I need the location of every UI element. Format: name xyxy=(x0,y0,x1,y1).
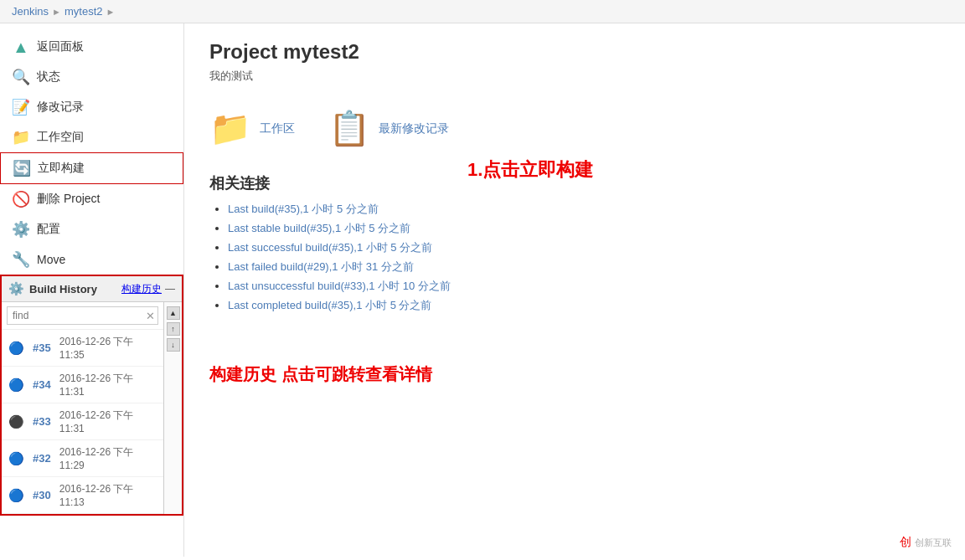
sidebar-label-changes: 修改记录 xyxy=(37,100,84,115)
build-time-33: 2016-12-26 下午11:31 xyxy=(59,408,157,434)
build-row: 🔵 #32 2016-12-26 下午11:29 xyxy=(2,440,163,477)
sidebar-item-config[interactable]: ⚙️ 配置 xyxy=(0,214,183,244)
move-icon: 🔧 xyxy=(12,250,30,269)
sidebar-label-delete: 删除 Project xyxy=(37,192,100,207)
scroll-up-button[interactable]: ↑ xyxy=(167,322,180,336)
scroll-buttons: ▲ ↑ ↓ xyxy=(163,302,182,514)
list-item: Last failed build(#29),1 小时 31 分之前 xyxy=(228,259,451,275)
notepad-pencil-icon: 📝 xyxy=(12,98,30,116)
build-row: 🔵 #34 2016-12-26 下午11:31 xyxy=(2,367,163,403)
build-history-annotation: 构建历史 点击可跳转查看详情 xyxy=(209,363,451,386)
build-status-icon: 🔵 xyxy=(8,488,24,503)
build-status-icon: 🔵 xyxy=(8,451,24,466)
list-item: Last stable build(#35),1 小时 5 分之前 xyxy=(228,221,451,236)
breadcrumb: Jenkins ► mytest2 ► xyxy=(0,0,965,23)
scroll-down-button[interactable]: ↓ xyxy=(167,338,180,352)
build-row: ⚫ #33 2016-12-26 下午11:31 xyxy=(2,403,163,440)
build-link-30[interactable]: #30 xyxy=(33,489,51,501)
build-icon: 🔄 xyxy=(13,159,31,177)
breadcrumb-sep1: ► xyxy=(52,7,61,17)
click-build-annotation: 1.点击立即构建 xyxy=(467,157,593,182)
build-time-34: 2016-12-26 下午11:31 xyxy=(59,372,157,398)
related-link-1[interactable]: Last stable build(#35),1 小时 5 分之前 xyxy=(228,222,410,234)
related-title: 相关连接 xyxy=(209,173,451,193)
folder-icon: 📁 xyxy=(12,128,30,146)
changes-link[interactable]: 最新修改记录 xyxy=(379,121,449,136)
changes-link-item: 📋 最新修改记录 xyxy=(328,109,449,148)
sidebar: ▲ 返回面板 🔍 状态 📝 修改记录 📁 工作空间 🔄 立即构建 🚫 删除 Pr… xyxy=(0,23,184,557)
build-link-34[interactable]: #34 xyxy=(33,378,51,391)
related-link-2[interactable]: Last successful build(#35),1 小时 5 分之前 xyxy=(228,241,432,254)
build-history-dots: — xyxy=(165,283,175,295)
build-row: 🔵 #35 2016-12-26 下午11:35 xyxy=(2,330,163,367)
build-search-row: ✕ xyxy=(2,302,163,330)
list-item: Last successful build(#35),1 小时 5 分之前 xyxy=(228,240,451,255)
build-status-icon: 🔵 xyxy=(8,341,24,356)
build-history-title: Build History xyxy=(29,283,97,295)
sidebar-label-back: 返回面板 xyxy=(37,39,84,54)
build-time-35: 2016-12-26 下午11:35 xyxy=(59,335,157,361)
build-time-30: 2016-12-26 下午11:13 xyxy=(59,482,157,508)
sidebar-item-move[interactable]: 🔧 Move xyxy=(0,244,183,275)
delete-icon: 🚫 xyxy=(12,190,30,208)
list-item: Last completed build(#35),1 小时 5 分之前 xyxy=(228,298,451,313)
sidebar-label-move: Move xyxy=(37,253,65,266)
build-search-clear-icon[interactable]: ✕ xyxy=(146,310,155,322)
build-history-header: ⚙️ Build History 构建历史 — xyxy=(2,276,182,302)
sidebar-item-workspace[interactable]: 📁 工作空间 xyxy=(0,122,183,152)
workspace-link[interactable]: 工作区 xyxy=(260,121,295,136)
sidebar-label-status: 状态 xyxy=(37,69,60,85)
links-section: 📁 工作区 📋 最新修改记录 xyxy=(209,109,451,148)
build-status-icon: ⚫ xyxy=(8,414,24,429)
sidebar-item-changes[interactable]: 📝 修改记录 xyxy=(0,92,183,122)
related-link-4[interactable]: Last unsuccessful build(#33),1 小时 10 分之前 xyxy=(228,280,451,292)
related-list: Last build(#35),1 小时 5 分之前 Last stable b… xyxy=(209,202,451,313)
watermark-text: 创新互联 xyxy=(915,537,952,549)
build-history-link[interactable]: 构建历史 xyxy=(121,282,162,296)
breadcrumb-sep2: ► xyxy=(106,7,115,17)
breadcrumb-mytest2[interactable]: mytest2 xyxy=(65,5,103,18)
gear-spin-icon: ⚙️ xyxy=(8,281,24,296)
workspace-link-item: 📁 工作区 xyxy=(209,109,295,148)
notepad-large-icon: 📋 xyxy=(328,109,370,148)
build-list: 🔵 #35 2016-12-26 下午11:35 🔵 #34 2016-12-2… xyxy=(2,330,163,514)
build-history-title-area: ⚙️ Build History xyxy=(8,281,97,296)
sidebar-item-delete[interactable]: 🚫 删除 Project xyxy=(0,184,183,214)
folder-large-icon: 📁 xyxy=(209,109,251,148)
related-link-0[interactable]: Last build(#35),1 小时 5 分之前 xyxy=(228,203,379,215)
build-history-panel: ⚙️ Build History 构建历史 — ✕ xyxy=(0,275,183,516)
sidebar-item-back[interactable]: ▲ 返回面板 xyxy=(0,32,183,62)
build-history-header-right: 构建历史 — xyxy=(121,282,175,296)
build-link-32[interactable]: #32 xyxy=(33,452,51,465)
watermark: 创 创新互联 xyxy=(895,533,957,552)
sidebar-label-config: 配置 xyxy=(37,222,60,237)
sidebar-label-workspace: 工作空间 xyxy=(37,130,84,145)
list-item: Last build(#35),1 小时 5 分之前 xyxy=(228,202,451,217)
build-list-wrap: ✕ 🔵 #35 2016-12-26 下午11:35 🔵 #34 2016-12… xyxy=(2,302,163,514)
build-row: 🔵 #30 2016-12-26 下午11:13 xyxy=(2,477,163,514)
build-search-input[interactable] xyxy=(7,306,158,325)
magnifier-icon: 🔍 xyxy=(12,68,30,86)
build-link-33[interactable]: #33 xyxy=(33,415,51,428)
arrow-up-icon: ▲ xyxy=(12,38,30,56)
related-link-5[interactable]: Last completed build(#35),1 小时 5 分之前 xyxy=(228,299,432,311)
build-link-35[interactable]: #35 xyxy=(33,342,51,354)
related-link-3[interactable]: Last failed build(#29),1 小时 31 分之前 xyxy=(228,260,414,273)
sidebar-item-build-now[interactable]: 🔄 立即构建 xyxy=(0,152,183,184)
sidebar-item-status[interactable]: 🔍 状态 xyxy=(0,62,183,92)
related-section: 相关连接 Last build(#35),1 小时 5 分之前 Last sta… xyxy=(209,173,451,313)
build-time-32: 2016-12-26 下午11:29 xyxy=(59,445,157,471)
build-status-icon: 🔵 xyxy=(8,378,24,393)
watermark-icon: 创 xyxy=(900,535,911,550)
build-history-body: ✕ 🔵 #35 2016-12-26 下午11:35 🔵 #34 2016-12… xyxy=(2,302,182,514)
breadcrumb-jenkins[interactable]: Jenkins xyxy=(12,5,49,18)
scroll-top-button[interactable]: ▲ xyxy=(167,306,180,320)
gear-icon: ⚙️ xyxy=(12,220,30,239)
project-subtitle: 我的测试 xyxy=(209,69,451,84)
list-item: Last unsuccessful build(#33),1 小时 10 分之前 xyxy=(228,279,451,294)
sidebar-label-build-now: 立即构建 xyxy=(38,161,85,176)
project-title: Project mytest2 xyxy=(209,40,451,64)
content-area: Project mytest2 我的测试 📁 工作区 📋 最新修改记录 相关连接 xyxy=(184,23,965,557)
